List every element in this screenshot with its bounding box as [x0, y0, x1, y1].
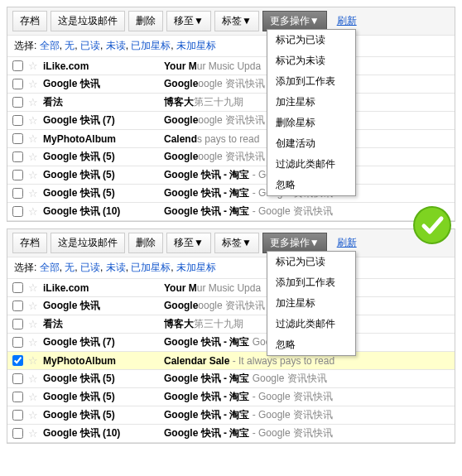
- select-read[interactable]: 已读: [80, 40, 100, 51]
- refresh-link[interactable]: 刷新: [337, 236, 357, 250]
- row-checkbox[interactable]: [12, 392, 23, 402]
- star-icon[interactable]: ☆: [28, 206, 38, 217]
- row-checkbox[interactable]: [12, 188, 23, 199]
- refresh-link[interactable]: 刷新: [337, 14, 357, 28]
- mail-row[interactable]: ☆Google 快讯 (5)Google 快讯 - 淘宝 - Google 资讯…: [7, 166, 455, 185]
- sender: Google 快讯 (7): [43, 113, 159, 127]
- mail-row[interactable]: ☆Google 快讯 (7)Google 快讯 - 淘宝 Google 资讯快讯: [7, 334, 455, 352]
- toolbar: 存档 这是垃圾邮件 删除 移至▼ 标签▼ 更多操作▼ 刷新: [7, 229, 455, 257]
- star-icon[interactable]: ☆: [28, 188, 38, 199]
- menu-item[interactable]: 过滤此类邮件: [267, 154, 355, 175]
- move-button[interactable]: 移至▼: [166, 233, 211, 253]
- mail-row[interactable]: ☆Google 快讯 (10)Google 快讯 - 淘宝 - Google 资…: [7, 203, 455, 221]
- row-checkbox[interactable]: [12, 60, 23, 71]
- star-icon[interactable]: ☆: [28, 392, 38, 402]
- mail-row[interactable]: ☆MyPhotoAlbumCalendar Sale - It always p…: [7, 352, 455, 370]
- select-starred[interactable]: 已加星标: [131, 40, 171, 51]
- mail-row[interactable]: ☆iLike.comYour Mur Music Upda: [7, 279, 455, 297]
- mail-row[interactable]: ☆Google 快讯Googleoogle 资讯快讯: [7, 75, 455, 94]
- menu-item[interactable]: 标记为已读: [267, 252, 355, 272]
- row-checkbox[interactable]: [12, 206, 23, 217]
- mail-row[interactable]: ☆看法博客大第三十九期: [7, 315, 455, 334]
- star-icon[interactable]: ☆: [28, 97, 38, 108]
- star-icon[interactable]: ☆: [28, 373, 38, 384]
- star-icon[interactable]: ☆: [28, 301, 38, 311]
- labels-button[interactable]: 标签▼: [214, 11, 259, 31]
- mail-row[interactable]: ☆Google 快讯 (5)Google 快讯 - 淘宝 Google 资讯快讯: [7, 370, 455, 388]
- row-checkbox[interactable]: [12, 428, 23, 439]
- star-icon[interactable]: ☆: [28, 60, 38, 71]
- menu-item[interactable]: 标记为未读: [267, 50, 355, 71]
- select-none[interactable]: 无: [65, 40, 75, 51]
- mail-row[interactable]: ☆Google 快讯 (7)Googleoogle 资讯快讯: [7, 112, 455, 130]
- menu-item[interactable]: 忽略: [267, 175, 355, 195]
- sender: Google 快讯 (5): [43, 168, 159, 182]
- row-checkbox[interactable]: [12, 410, 23, 421]
- menu-item[interactable]: 添加到工作表: [267, 71, 355, 92]
- select-unread[interactable]: 未读: [106, 40, 126, 51]
- mail-row[interactable]: ☆MyPhotoAlbumCalends pays to read: [7, 130, 455, 148]
- row-checkbox[interactable]: [12, 301, 23, 311]
- row-checkbox[interactable]: [12, 151, 23, 162]
- star-icon[interactable]: ☆: [28, 337, 38, 348]
- delete-button[interactable]: 删除: [128, 233, 163, 253]
- menu-item[interactable]: 删除星标: [267, 113, 355, 133]
- select-unstarred[interactable]: 未加星标: [176, 40, 216, 51]
- more-actions-menu[interactable]: 标记为已读添加到工作表加注星标过滤此类邮件忽略: [267, 251, 356, 356]
- star-icon[interactable]: ☆: [28, 428, 38, 439]
- labels-button[interactable]: 标签▼: [214, 233, 259, 253]
- star-icon[interactable]: ☆: [28, 282, 38, 293]
- spam-button[interactable]: 这是垃圾邮件: [51, 11, 125, 31]
- menu-item[interactable]: 过滤此类邮件: [267, 314, 355, 334]
- select-none[interactable]: 无: [65, 262, 75, 273]
- mail-list: ☆iLike.comYour Mur Music Upda☆Google 快讯G…: [7, 279, 455, 443]
- star-icon[interactable]: ☆: [28, 133, 38, 144]
- menu-item[interactable]: 创建活动: [267, 133, 355, 154]
- menu-item[interactable]: 添加到工作表: [267, 272, 355, 293]
- move-button[interactable]: 移至▼: [166, 11, 211, 31]
- archive-button[interactable]: 存档: [12, 11, 47, 31]
- select-read[interactable]: 已读: [80, 262, 100, 273]
- row-checkbox[interactable]: [12, 373, 23, 384]
- mail-row[interactable]: ☆iLike.comYour Mur Music Upda: [7, 57, 455, 75]
- mail-row[interactable]: ☆Google 快讯 (5)Googleoogle 资讯快讯: [7, 148, 455, 166]
- delete-button[interactable]: 删除: [128, 11, 163, 31]
- menu-item[interactable]: 忽略: [267, 334, 355, 355]
- mail-row[interactable]: ☆看法博客大第三十九期: [7, 94, 455, 112]
- sender: Google 快讯 (5): [43, 186, 159, 200]
- star-icon[interactable]: ☆: [28, 410, 38, 421]
- menu-item[interactable]: 标记为已读: [267, 30, 355, 50]
- mail-row[interactable]: ☆Google 快讯 (10)Google 快讯 - 淘宝 - Google 资…: [7, 425, 455, 443]
- star-icon[interactable]: ☆: [28, 170, 38, 180]
- row-checkbox[interactable]: [12, 282, 23, 293]
- row-checkbox[interactable]: [12, 170, 23, 180]
- row-checkbox[interactable]: [12, 337, 23, 348]
- mail-row[interactable]: ☆Google 快讯 (5)Google 快讯 - 淘宝 - Google 资讯…: [7, 406, 455, 425]
- more-actions-menu[interactable]: 标记为已读标记为未读添加到工作表加注星标删除星标创建活动过滤此类邮件忽略: [267, 29, 356, 196]
- select-all[interactable]: 全部: [40, 262, 60, 273]
- archive-button[interactable]: 存档: [12, 233, 47, 253]
- star-icon[interactable]: ☆: [28, 79, 38, 89]
- mail-row[interactable]: ☆Google 快讯Googleoogle 资讯快讯: [7, 297, 455, 315]
- row-checkbox[interactable]: [12, 133, 23, 144]
- menu-item[interactable]: 加注星标: [267, 92, 355, 113]
- star-icon[interactable]: ☆: [28, 355, 38, 366]
- star-icon[interactable]: ☆: [28, 319, 38, 329]
- star-icon[interactable]: ☆: [28, 151, 38, 162]
- select-unstarred[interactable]: 未加星标: [176, 262, 216, 273]
- select-starred[interactable]: 已加星标: [131, 262, 171, 273]
- spam-button[interactable]: 这是垃圾邮件: [51, 233, 125, 253]
- select-unread[interactable]: 未读: [106, 262, 126, 273]
- row-checkbox[interactable]: [12, 319, 23, 329]
- select-all[interactable]: 全部: [40, 40, 60, 51]
- row-checkbox[interactable]: [12, 97, 23, 108]
- mail-row[interactable]: ☆Google 快讯 (5)Google 快讯 - 淘宝 - Google 资讯…: [7, 388, 455, 406]
- row-checkbox[interactable]: [12, 115, 23, 126]
- sender: Google 快讯 (5): [43, 390, 159, 404]
- mail-row[interactable]: ☆Google 快讯 (5)Google 快讯 - 淘宝 - Google 资讯…: [7, 185, 455, 203]
- row-checkbox[interactable]: [12, 355, 23, 366]
- menu-item[interactable]: 加注星标: [267, 293, 355, 314]
- star-icon[interactable]: ☆: [28, 115, 38, 126]
- subject: Google 快讯 - 淘宝 - Google 资讯快讯: [164, 426, 450, 440]
- row-checkbox[interactable]: [12, 79, 23, 89]
